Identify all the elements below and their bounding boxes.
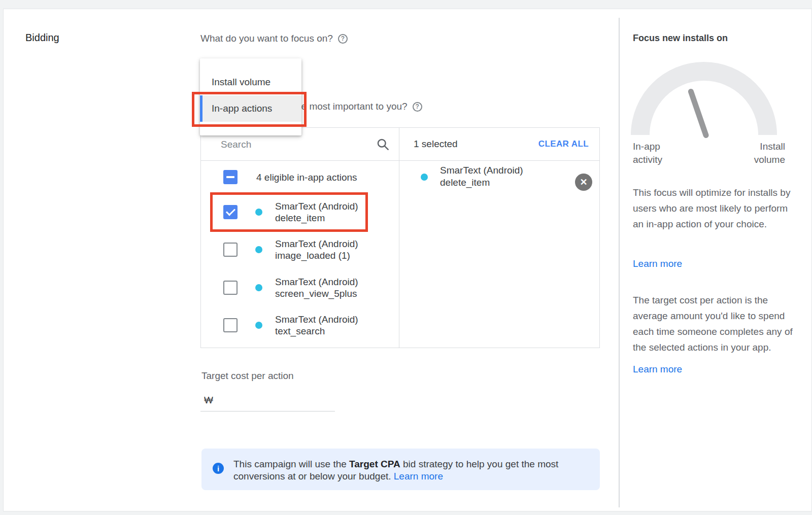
focus-dropdown-menu: Install volume In-app actions	[200, 58, 301, 135]
unchecked-checkbox-icon[interactable]	[223, 243, 238, 257]
learn-more-link[interactable]: Learn more	[633, 364, 682, 375]
selected-option-bar	[200, 95, 202, 122]
action-label: SmarText (Android) delete_item	[275, 200, 358, 224]
help-icon[interactable]: ?	[413, 102, 422, 112]
sidebar-title: Focus new installs on	[633, 33, 728, 44]
help-icon[interactable]: ?	[338, 34, 348, 44]
target-cpa-input[interactable]	[200, 397, 312, 408]
action-row-delete-item[interactable]: SmarText (Android) delete_item	[201, 193, 399, 231]
selected-item-label: SmarText (Android) delete_item	[440, 164, 523, 189]
selected-items-pane: SmarText (Android) delete_item ✕	[399, 128, 599, 348]
in-app-actions-picker: 1 selected CLEAR ALL 4 eligible in-app a…	[200, 127, 600, 348]
remove-selected-icon[interactable]: ✕	[575, 174, 592, 191]
learn-more-link[interactable]: Learn more	[394, 471, 443, 482]
action-row-screen-view[interactable]: SmarText (Android) screen_view_5plus	[201, 268, 399, 306]
event-dot-icon	[421, 174, 428, 181]
dropdown-option-install-volume[interactable]: Install volume	[200, 69, 301, 95]
unchecked-checkbox-icon[interactable]	[223, 281, 238, 295]
indeterminate-checkbox-icon[interactable]	[223, 170, 238, 184]
focus-question-label: What do you want to focus on?	[200, 33, 333, 44]
sidebar-paragraph-1: This focus will optimize for installs by…	[633, 185, 800, 232]
select-all-row[interactable]: 4 eligible in-app actions	[201, 160, 399, 193]
action-label: SmarText (Android) image_loaded (1)	[275, 238, 358, 261]
event-dot-icon	[255, 246, 262, 253]
dropdown-option-label: In-app actions	[212, 103, 272, 114]
sidebar-paragraph-2: The target cost per action is the averag…	[633, 292, 800, 355]
checked-checkbox-icon[interactable]	[223, 205, 238, 219]
search-input[interactable]	[221, 137, 368, 152]
search-icon	[376, 138, 390, 151]
target-cpa-field[interactable]	[200, 397, 322, 408]
dropdown-option-in-app-actions[interactable]: In-app actions	[200, 95, 301, 122]
action-row-image-loaded[interactable]: SmarText (Android) image_loaded (1)	[201, 231, 399, 268]
bid-strategy-banner: i This campaign will use the Target CPA …	[201, 449, 600, 490]
gauge-left-label: In-app activity	[633, 140, 680, 166]
learn-more-link[interactable]: Learn more	[633, 258, 682, 269]
gauge-labels: In-app activity Install volume	[633, 140, 785, 166]
target-cpa-label: Target cost per action	[201, 370, 294, 382]
info-icon: i	[213, 463, 224, 474]
select-all-label: 4 eligible in-app actions	[256, 171, 357, 183]
event-dot-icon	[255, 284, 262, 291]
gauge-right-label: Install volume	[738, 140, 785, 166]
action-label: SmarText (Android) text_search	[275, 314, 358, 337]
unchecked-checkbox-icon[interactable]	[223, 318, 238, 332]
event-dot-icon	[255, 209, 262, 216]
bidding-card: Bidding What do you want to focus on? ? …	[3, 9, 812, 511]
sidebar-divider	[619, 18, 620, 507]
dropdown-option-label: Install volume	[212, 77, 270, 88]
focus-question: What do you want to focus on? ?	[200, 33, 348, 44]
banner-text: This campaign will use the Target CPA bi…	[233, 458, 589, 483]
event-dot-icon	[255, 322, 262, 329]
action-row-text-search[interactable]: SmarText (Android) text_search	[201, 306, 399, 344]
input-underline	[200, 411, 335, 411]
section-title: Bidding	[25, 32, 59, 44]
action-label: SmarText (Android) screen_view_5plus	[275, 276, 358, 299]
